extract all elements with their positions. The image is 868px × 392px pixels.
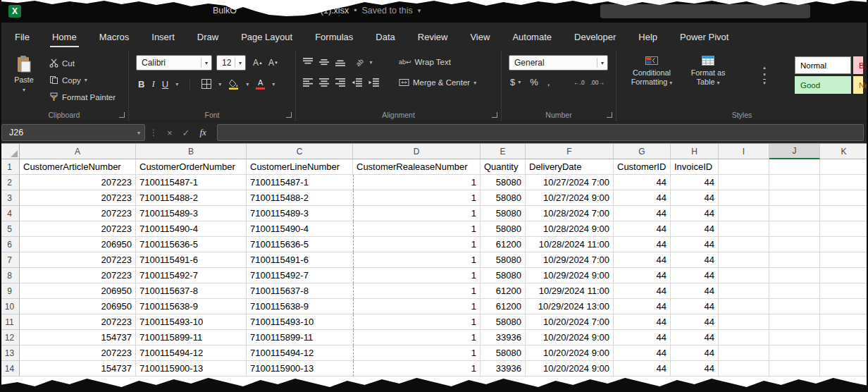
- cell-B14[interactable]: 7100115900-13: [136, 361, 247, 376]
- cell-I8[interactable]: [719, 268, 769, 283]
- cell-G4[interactable]: 44: [614, 206, 671, 221]
- row-header-5[interactable]: 5: [0, 221, 20, 237]
- font-color-button[interactable]: A: [256, 77, 265, 91]
- cell-J9[interactable]: [769, 283, 820, 299]
- cell-D5[interactable]: 1: [353, 221, 480, 237]
- cell-A6[interactable]: 206950: [20, 237, 136, 252]
- tab-automate[interactable]: Automate: [510, 23, 554, 51]
- cell-K5[interactable]: [820, 221, 868, 237]
- cell-K3[interactable]: [820, 190, 868, 206]
- cell-F14[interactable]: 10/20/2024 9:00: [526, 361, 614, 376]
- wrap-text-button[interactable]: ab↩ Wrap Text: [399, 58, 451, 66]
- decrease-decimal-button[interactable]: .00→: [590, 79, 604, 86]
- chevron-down-icon[interactable]: ▾: [370, 59, 373, 66]
- chevron-down-icon[interactable]: ▾: [246, 81, 249, 87]
- row-header-2[interactable]: 2: [0, 175, 20, 190]
- cell-H5[interactable]: 44: [671, 221, 719, 237]
- cell-I2[interactable]: [719, 175, 769, 190]
- cell-F2[interactable]: 10/27/2024 7:00: [526, 175, 614, 190]
- cell-I14[interactable]: [719, 361, 769, 376]
- cell-J8[interactable]: [769, 268, 820, 283]
- font-size-select[interactable]: 12 ▾: [216, 55, 246, 71]
- cell-I10[interactable]: [719, 299, 769, 314]
- cell-C3[interactable]: 7100115488-2: [247, 190, 353, 206]
- cell-K13[interactable]: [820, 345, 868, 361]
- excel-app-icon[interactable]: X: [8, 5, 21, 18]
- cell-C11[interactable]: 7100115493-10: [247, 314, 353, 330]
- cell-E3[interactable]: 58080: [480, 190, 526, 206]
- chevron-down-icon[interactable]: ▾: [218, 81, 221, 87]
- align-right-button[interactable]: [335, 75, 345, 90]
- copy-button[interactable]: Copy ▾: [49, 73, 116, 87]
- column-header-E[interactable]: E: [480, 144, 526, 159]
- row-header-10[interactable]: 10: [0, 299, 20, 314]
- cell-A2[interactable]: 207223: [20, 175, 136, 190]
- style-chip-good[interactable]: Good: [795, 76, 851, 94]
- cell-E7[interactable]: 58080: [480, 252, 526, 268]
- cell-G2[interactable]: 44: [614, 175, 671, 190]
- cell-B3[interactable]: 7100115488-2: [136, 190, 247, 206]
- cell-B1[interactable]: CustomerOrderNumber: [136, 159, 247, 175]
- cell-A10[interactable]: 206950: [20, 299, 136, 314]
- cell-F1[interactable]: DeliveryDate: [526, 159, 614, 175]
- cell-F3[interactable]: 10/27/2024 9:00: [526, 190, 614, 206]
- cell-A8[interactable]: 207223: [20, 268, 136, 283]
- cell-I6[interactable]: [719, 237, 769, 252]
- cell-B7[interactable]: 7100115491-6: [136, 252, 247, 268]
- cell-C10[interactable]: 7100115638-9: [247, 299, 353, 314]
- column-header-H[interactable]: H: [671, 144, 719, 159]
- column-header-K[interactable]: K: [820, 144, 868, 159]
- cell-K1[interactable]: [820, 159, 868, 175]
- cell-F5[interactable]: 10/28/2024 9:00: [526, 221, 614, 237]
- cell-K2[interactable]: [820, 175, 868, 190]
- font-dialog-launcher-icon[interactable]: [286, 112, 292, 118]
- font-name-select[interactable]: Calibri ▾: [136, 55, 212, 71]
- cell-H9[interactable]: 44: [671, 283, 719, 299]
- cell-H2[interactable]: 44: [671, 175, 719, 190]
- cell-H12[interactable]: 44: [671, 330, 719, 345]
- align-top-button[interactable]: [303, 55, 313, 69]
- cell-J12[interactable]: [769, 330, 820, 345]
- italic-button[interactable]: I: [151, 77, 154, 91]
- cell-K6[interactable]: [820, 237, 868, 252]
- cell-A9[interactable]: 206950: [20, 283, 136, 299]
- column-header-J[interactable]: J: [769, 144, 820, 159]
- cell-K12[interactable]: [820, 330, 868, 345]
- cell-K9[interactable]: [820, 283, 868, 299]
- cell-K8[interactable]: [820, 268, 868, 283]
- tab-developer[interactable]: Developer: [572, 23, 618, 51]
- cell-I4[interactable]: [719, 206, 769, 221]
- cell-G10[interactable]: 44: [614, 299, 671, 314]
- cell-E8[interactable]: 58080: [480, 268, 526, 283]
- cell-A1[interactable]: CustomerArticleNumber: [20, 159, 136, 175]
- cell-E2[interactable]: 58080: [480, 175, 526, 190]
- cell-J4[interactable]: [769, 206, 820, 221]
- cell-F11[interactable]: 10/20/2024 7:00: [526, 314, 614, 330]
- chevron-down-icon[interactable]: ▾: [518, 79, 521, 85]
- cell-K10[interactable]: [820, 299, 868, 314]
- enter-button[interactable]: ✓: [182, 128, 190, 138]
- cell-J11[interactable]: [769, 314, 820, 330]
- cell-I1[interactable]: [719, 159, 769, 175]
- tab-home[interactable]: Home: [50, 23, 79, 51]
- window-title[interactable]: ate (1).xlsx • Saved to this ▾: [306, 6, 421, 16]
- cell-K7[interactable]: [820, 252, 868, 268]
- cell-H3[interactable]: 44: [671, 190, 719, 206]
- row-header-1[interactable]: 1: [0, 159, 20, 175]
- row-header-4[interactable]: 4: [0, 206, 20, 221]
- insert-function-button[interactable]: fx: [200, 127, 206, 138]
- cell-G12[interactable]: 44: [614, 330, 671, 345]
- cell-I11[interactable]: [719, 314, 769, 330]
- search-box[interactable]: [600, 4, 810, 18]
- cell-C4[interactable]: 7100115489-3: [247, 206, 353, 221]
- cell-B8[interactable]: 7100115492-7: [136, 268, 247, 283]
- format-painter-button[interactable]: Format Painter: [49, 90, 116, 104]
- cell-I13[interactable]: [719, 345, 769, 361]
- cell-D1[interactable]: CustomerRealeaseNumber: [353, 159, 480, 175]
- column-header-A[interactable]: A: [20, 144, 136, 159]
- currency-format-button[interactable]: $: [510, 77, 515, 87]
- gallery-scroll-arrows[interactable]: ▴ ▾ ▾: [736, 56, 793, 94]
- merge-center-button[interactable]: Merge & Center ▾: [399, 78, 476, 87]
- cell-E5[interactable]: 58080: [480, 221, 526, 237]
- cell-D6[interactable]: 1: [353, 237, 480, 252]
